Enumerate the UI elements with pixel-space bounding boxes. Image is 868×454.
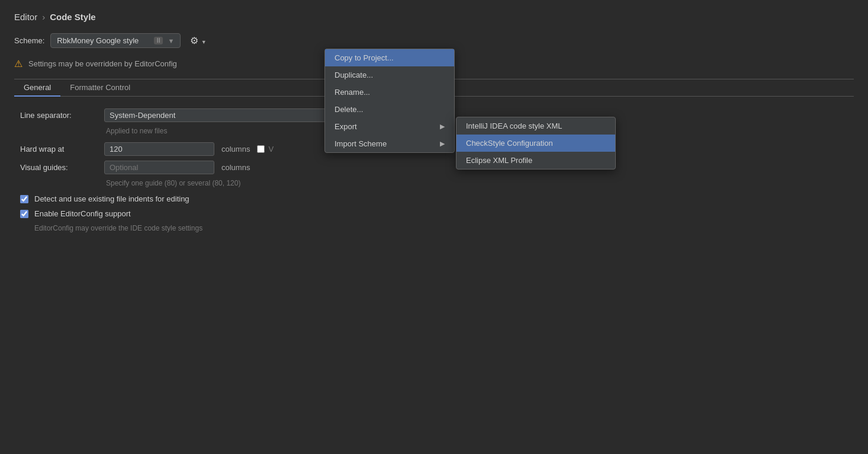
line-separator-input[interactable] (104, 108, 329, 122)
submenu-item-checkstyle[interactable]: CheckStyle Configuration (456, 135, 615, 152)
detect-indents-row: Detect and use existing file indents for… (20, 194, 854, 203)
wrap-checkbox-container: V (257, 145, 274, 154)
wrap-visual-label: V (268, 145, 274, 154)
gear-button[interactable]: ⚙ ▼ (187, 33, 210, 49)
visual-guides-unit: columns (221, 163, 250, 172)
menu-item-delete[interactable]: Delete... (325, 101, 454, 118)
breadcrumb-current: Code Style (50, 12, 96, 22)
editorconfig-label: Enable EditorConfig support (34, 209, 131, 218)
gear-dropdown-menu: Copy to Project... Duplicate... Rename..… (324, 49, 455, 153)
menu-item-rename[interactable]: Rename... (325, 84, 454, 101)
visual-guides-input[interactable] (104, 161, 214, 174)
scheme-label: Scheme: (14, 36, 44, 45)
visual-guides-row: Visual guides: columns (20, 161, 854, 174)
warning-icon: ⚠ (14, 58, 22, 69)
gear-dropdown-indicator: ▼ (201, 39, 207, 45)
scheme-name: RbkMoney Google style (57, 36, 149, 45)
submenu-item-intellij-xml[interactable]: IntelliJ IDEA code style XML (456, 117, 615, 135)
hard-wrap-label: Hard wrap at (20, 145, 97, 154)
tab-formatter-control[interactable]: Formatter Control (60, 79, 140, 97)
detect-indents-checkbox[interactable] (20, 195, 28, 203)
settings-page: Editor › Code Style Scheme: RbkMoney Goo… (0, 0, 868, 244)
menu-item-import-scheme[interactable]: Import Scheme ▶ (325, 135, 454, 152)
submenu-item-eclipse-xml[interactable]: Eclipse XML Profile (456, 152, 615, 169)
import-submenu: IntelliJ IDEA code style XML CheckStyle … (456, 117, 616, 170)
warning-text: Settings may be overridden by EditorConf… (28, 59, 177, 68)
menu-item-duplicate[interactable]: Duplicate... (325, 66, 454, 84)
scheme-dropdown[interactable]: RbkMoney Google style II ▼ (50, 33, 181, 48)
breadcrumb-separator: › (42, 12, 45, 22)
breadcrumb-root: Editor (14, 12, 37, 22)
hard-wrap-unit: columns (221, 145, 250, 154)
editorconfig-row: Enable EditorConfig support (20, 209, 854, 218)
scheme-row: Scheme: RbkMoney Google style II ▼ ⚙ ▼ (14, 33, 854, 49)
menu-item-copy-to-project[interactable]: Copy to Project... (325, 49, 454, 66)
tab-general[interactable]: General (14, 79, 60, 97)
import-submenu-arrow: ▶ (440, 140, 445, 148)
editorconfig-sublabel: EditorConfig may override the IDE code s… (34, 224, 854, 232)
line-separator-label: Line separator: (20, 111, 97, 120)
breadcrumb: Editor › Code Style (14, 12, 854, 22)
scheme-dropdown-arrow: ▼ (168, 37, 174, 44)
detect-indents-label: Detect and use existing file indents for… (34, 194, 189, 203)
gear-icon: ⚙ (190, 36, 198, 46)
menu-item-export[interactable]: Export ▶ (325, 118, 454, 135)
scheme-badge: II (154, 37, 163, 44)
visual-guides-sublabel: Specify one guide (80) or several (80, 1… (106, 179, 854, 187)
wrap-visual-checkbox[interactable] (257, 145, 265, 153)
editorconfig-checkbox[interactable] (20, 210, 28, 218)
hard-wrap-input[interactable] (104, 142, 214, 156)
export-submenu-arrow: ▶ (440, 123, 445, 130)
visual-guides-label: Visual guides: (20, 163, 97, 172)
